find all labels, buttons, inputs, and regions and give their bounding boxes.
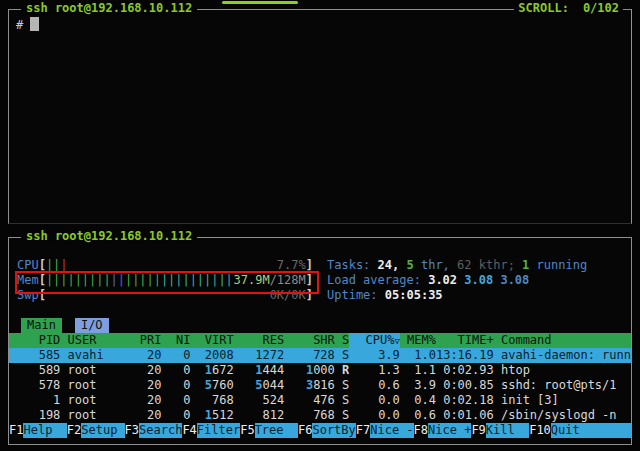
bracket: ] <box>306 273 313 288</box>
proc-shr: 768 <box>284 408 335 423</box>
meter-bar: | <box>46 273 53 288</box>
bracket: [ <box>39 273 46 288</box>
proc-pid: 1 <box>17 393 60 408</box>
col-virt[interactable]: VIRT <box>190 333 233 348</box>
tab-main[interactable]: Main <box>21 318 62 333</box>
fkey-key: F4 <box>182 423 196 438</box>
col-ni[interactable]: NI <box>161 333 190 348</box>
fkey-label: Nice - <box>370 423 413 438</box>
scroll-value: 0/102 <box>583 1 619 15</box>
col-state[interactable]: S <box>335 333 349 348</box>
col-cpu-sorted[interactable]: CPU%▽ <box>349 333 400 348</box>
meter-bar: | <box>53 273 60 288</box>
process-row[interactable]: 198root2001512812768S0.00.60:01.06/sbin/… <box>9 408 631 423</box>
swap-meter-value: 0K/0K <box>270 288 306 303</box>
mem-meter-label: Mem <box>17 273 39 288</box>
fkey-key: F2 <box>67 423 81 438</box>
fkey-key: F10 <box>529 423 551 438</box>
process-row[interactable]: 589root200167214441000R1.31.10:02.93htop <box>9 363 631 378</box>
fkey-filter[interactable]: F4Filter <box>182 423 240 438</box>
col-shr[interactable]: SHR <box>284 333 335 348</box>
swap-meter: Swp[0K/0K] <box>17 288 313 303</box>
proc-pri: 20 <box>133 408 162 423</box>
tasks-line: Tasks: 24, 5 thr, 62 kthr; 1 running <box>313 258 587 273</box>
uptime-label: Uptime: <box>327 288 385 302</box>
bottom-pane[interactable]: ssh root@192.168.10.112 CPU[|||7.7%] Tas… <box>8 237 632 445</box>
top-pane[interactable]: ssh root@192.168.10.112 SCROLL:0/102 # <box>8 9 632 224</box>
fkey-search[interactable]: F3Search <box>125 423 183 438</box>
meter-bar: | <box>190 273 197 288</box>
fkey-bar-filler <box>594 423 631 438</box>
meter-bar: | <box>197 273 204 288</box>
fkey-help[interactable]: F1Help <box>9 423 67 438</box>
proc-ni: 0 <box>161 363 190 378</box>
col-pid[interactable]: PID <box>17 333 60 348</box>
proc-ni: 0 <box>161 378 190 393</box>
proc-res-magnitude: 5 <box>255 378 262 392</box>
meter-bar: | <box>226 273 233 288</box>
meter-bar: | <box>211 273 218 288</box>
proc-state: S <box>335 348 349 363</box>
cpu-meter-bars: ||| <box>46 258 68 273</box>
col-user[interactable]: USER <box>60 333 132 348</box>
fkey-label: Setup <box>81 423 124 438</box>
fkey-kill[interactable]: F9Kill <box>471 423 529 438</box>
fkey-key: F7 <box>356 423 370 438</box>
meter-bar: | <box>204 273 211 288</box>
proc-virt-magnitude: 1 <box>205 408 212 422</box>
proc-cpu: 1.3 <box>349 363 400 378</box>
fkey-label: SortBy <box>312 423 355 438</box>
fkey-nice[interactable]: F8Nice + <box>414 423 472 438</box>
proc-shr: 728 <box>284 348 335 363</box>
col-res[interactable]: RES <box>234 333 285 348</box>
tab-io[interactable]: I/O <box>75 318 109 333</box>
process-list: 585avahi20020081272728S3.91.013:16.19ava… <box>9 348 631 423</box>
col-cpu-label: CPU% <box>366 333 395 347</box>
meter-bar: | <box>161 273 168 288</box>
proc-mem: 3.9 <box>400 378 436 393</box>
proc-pri: 20 <box>133 393 162 408</box>
process-row[interactable]: 585avahi20020081272728S3.91.013:16.19ava… <box>9 348 631 363</box>
meter-bar: | <box>60 258 67 273</box>
proc-virt: 2008 <box>190 348 233 363</box>
fkey-label: Nice + <box>428 423 471 438</box>
proc-virt: 1512 <box>190 408 233 423</box>
proc-state: R <box>335 363 349 378</box>
meter-bar: | <box>118 273 125 288</box>
meter-bar: | <box>168 273 175 288</box>
fkey-label: Filter <box>197 423 240 438</box>
col-command[interactable]: Command <box>494 333 631 348</box>
proc-res: 1272 <box>234 348 285 363</box>
mem-meter-value: 37.9M/128M <box>234 273 306 288</box>
mem-total: /128M <box>270 273 306 287</box>
fkey-setup[interactable]: F2Setup <box>67 423 125 438</box>
top-pane-title: ssh root@192.168.10.112 <box>21 1 197 16</box>
col-time[interactable]: TIME+ <box>436 333 494 348</box>
col-mem[interactable]: MEM% <box>400 333 436 348</box>
meter-bar: | <box>175 273 182 288</box>
meter-bar: | <box>96 273 103 288</box>
meter-bar: | <box>125 273 132 288</box>
scroll-label: SCROLL: <box>518 1 569 15</box>
proc-command: avahi-daemon: running <box>494 348 631 363</box>
thr-label: thr, <box>414 258 457 272</box>
meter-bar: | <box>60 273 67 288</box>
meter-bar: | <box>67 273 74 288</box>
fkey-sortby[interactable]: F6SortBy <box>298 423 356 438</box>
process-row[interactable]: 578root200576050443816S0.63.90:00.85sshd… <box>9 378 631 393</box>
fkey-tree[interactable]: F5Tree <box>240 423 298 438</box>
fkey-nice[interactable]: F7Nice - <box>356 423 414 438</box>
proc-cpu: 0.0 <box>349 393 400 408</box>
proc-pri: 20 <box>133 363 162 378</box>
process-row[interactable]: 1root200768524476S0.00.40:02.18init [3] <box>9 393 631 408</box>
fkey-quit[interactable]: F10Quit <box>529 423 594 438</box>
meter-bar: | <box>154 273 161 288</box>
bracket: ] <box>306 258 313 273</box>
proc-pid: 578 <box>17 378 60 393</box>
meter-bar: | <box>218 273 225 288</box>
proc-state: S <box>335 408 349 423</box>
proc-mem: 1.1 <box>400 363 436 378</box>
proc-pid: 589 <box>17 363 60 378</box>
proc-mem: 0.6 <box>400 408 436 423</box>
col-pri[interactable]: PRI <box>133 333 162 348</box>
